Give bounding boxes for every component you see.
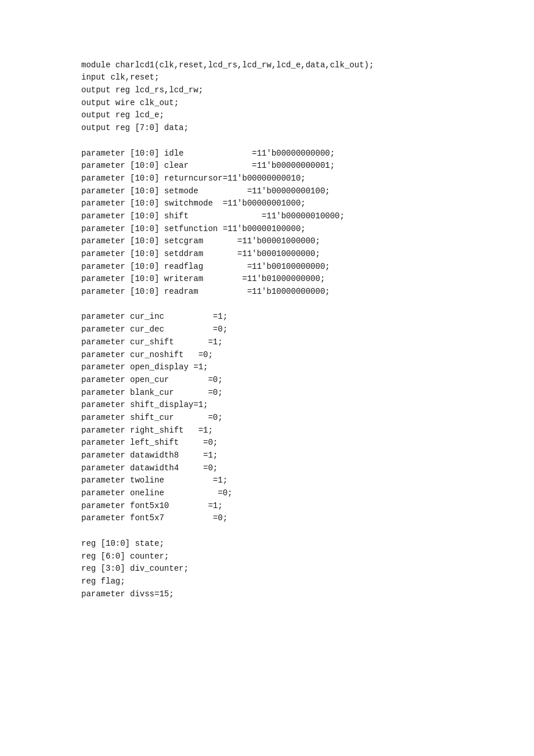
code-line: output reg lcd_e; [81,109,499,122]
code-line: parameter [10:0] shift =11'b00000010000; [81,210,499,223]
code-line: parameter [10:0] setcgram =11'b000010000… [81,235,499,248]
code-line: reg [3:0] div_counter; [81,563,499,575]
code-line: parameter oneline =0; [81,487,499,500]
code-line: parameter [10:0] setfunction =11'b000001… [81,223,499,236]
code-line: parameter [10:0] readflag =11'b001000000… [81,261,499,273]
code-line: output reg [7:0] data; [81,122,499,135]
code-line: reg [10:0] state; [81,538,499,550]
code-line: parameter [10:0] setmode =11'b0000000010… [81,185,499,198]
code-line: parameter datawidth8 =1; [81,449,499,462]
blank-line [81,298,499,311]
code-line: parameter [10:0] switchmode =11'b0000000… [81,197,499,210]
code-line: parameter cur_inc =1; [81,311,499,323]
code-line: parameter [10:0] idle =11'b00000000000; [81,147,499,160]
code-line: parameter [10:0] setddram =11'b000100000… [81,248,499,261]
code-line: reg [6:0] counter; [81,550,499,563]
code-line: parameter divss=15; [81,588,499,601]
blank-line [81,135,499,147]
code-line: parameter shift_cur =0; [81,412,499,424]
code-line: parameter [10:0] returncursor=11'b000000… [81,172,499,185]
code-line: reg flag; [81,575,499,588]
code-line: parameter right_shift =1; [81,424,499,437]
code-line: parameter cur_dec =0; [81,323,499,336]
code-line: parameter cur_noshift =0; [81,349,499,362]
code-line: input clk,reset; [81,71,499,84]
blank-line [81,525,499,538]
code-line: module charlcd1(clk,reset,lcd_rs,lcd_rw,… [81,59,499,72]
code-line: parameter shift_display=1; [81,399,499,412]
code-line: parameter font5x10 =1; [81,500,499,513]
code-line: parameter left_shift =0; [81,437,499,449]
code-line: parameter [10:0] readram =11'b1000000000… [81,286,499,298]
code-line: parameter font5x7 =0; [81,512,499,525]
code-line: parameter open_cur =0; [81,374,499,387]
code-line: parameter twoline =1; [81,474,499,487]
code-line: parameter [10:0] writeram =11'b010000000… [81,273,499,286]
code-line: parameter [10:0] clear =11'b00000000001; [81,160,499,172]
code-block: module charlcd1(clk,reset,lcd_rs,lcd_rw,… [0,0,534,647]
code-line: parameter cur_shift =1; [81,336,499,349]
code-line: parameter blank_cur =0; [81,387,499,399]
code-line: output reg lcd_rs,lcd_rw; [81,84,499,97]
code-line: output wire clk_out; [81,97,499,110]
code-line: parameter open_display =1; [81,361,499,374]
code-line: parameter datawidth4 =0; [81,462,499,475]
